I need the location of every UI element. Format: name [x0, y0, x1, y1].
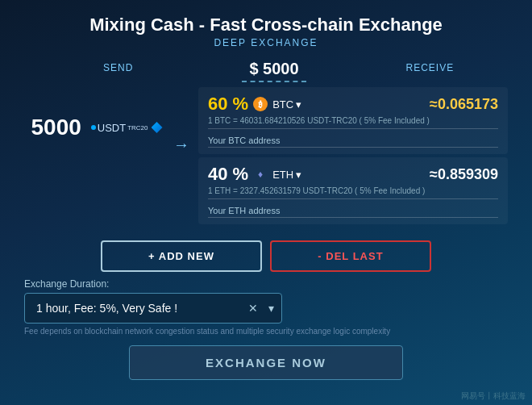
fee-note: Fee depends on blockchain network conges… — [24, 327, 427, 336]
eth-token-selector[interactable]: ETH▾ — [272, 169, 301, 181]
send-diamond-icon — [152, 122, 163, 133]
btc-rate: 1 BTC = 46031.684210526 USDT-TRC20 ( 5% … — [208, 116, 498, 129]
page-title: Mixing Cash - Fast Cross-chain Exchange — [89, 15, 443, 35]
add-new-button[interactable]: + ADD NEW — [101, 240, 262, 272]
btc-pct: 60 % — [208, 94, 248, 115]
eth-receive-value: ≈0.859309 — [430, 166, 498, 183]
eth-rate: 1 ETH = 2327.452631579 USDT-TRC20 ( 5% F… — [208, 186, 498, 199]
btc-icon: ₿ — [253, 97, 268, 111]
eth-icon: ♦ — [253, 167, 268, 182]
btc-token-selector[interactable]: BTC▾ — [272, 98, 301, 111]
duration-select[interactable]: 1 hour, Fee: 5%, Very Safe !30 min, Fee:… — [24, 293, 282, 324]
amount-display: $ 5000 — [249, 60, 298, 77]
exchange-now-button[interactable]: EXCHANGE NOW — [129, 345, 403, 380]
btc-address-label: Your BTC address — [208, 132, 498, 148]
page-subtitle: DEEP EXCHANGE — [214, 37, 318, 48]
eth-pct: 40 % — [208, 164, 248, 185]
btc-receive-value: ≈0.065173 — [430, 96, 498, 113]
receive-eth-block: 40 % ♦ ETH▾ ≈0.859309 1 ETH = 2327.45263… — [198, 157, 508, 224]
send-value: 5000 — [31, 115, 81, 140]
send-token-label: USDTTRC20 — [98, 122, 148, 134]
del-last-button[interactable]: - DEL LAST — [270, 240, 431, 272]
eth-address-label: Your ETH address — [208, 202, 498, 218]
receive-btc-block: 60 % ₿ BTC▾ ≈0.065173 1 BTC = 46031.6842… — [198, 87, 508, 154]
arrow-icon: → — [173, 136, 189, 154]
duration-label: Exchange Duration: — [24, 278, 508, 290]
receive-column-label: RECEIVE — [405, 62, 454, 73]
watermark: 网易号丨科技蓝海 — [461, 390, 526, 402]
send-column-label: SEND — [103, 62, 133, 73]
